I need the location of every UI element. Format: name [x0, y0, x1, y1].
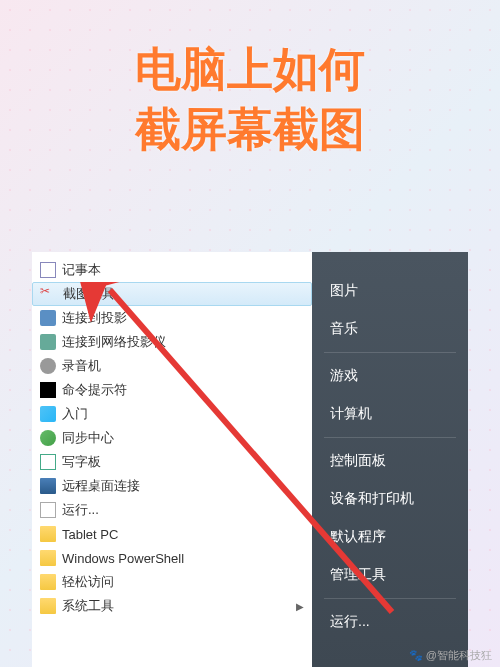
folder-icon: [40, 574, 56, 590]
program-item-folder[interactable]: 轻松访问: [32, 570, 312, 594]
rdp-icon: [40, 478, 56, 494]
program-item-projector[interactable]: 连接到投影: [32, 306, 312, 330]
program-label: 录音机: [62, 357, 101, 375]
program-label: Windows PowerShell: [62, 551, 184, 566]
program-label: 入门: [62, 405, 88, 423]
program-label: 连接到投影: [62, 309, 127, 327]
wordpad-icon: [40, 454, 56, 470]
start-menu-right-panel: 图片 音乐 游戏 计算机 控制面板 设备和打印机 默认程序 管理工具 运行...: [312, 252, 468, 667]
program-item-folder[interactable]: 系统工具▶: [32, 594, 312, 618]
menu-admin-tools[interactable]: 管理工具: [312, 556, 468, 594]
sync-icon: [40, 430, 56, 446]
watermark: 🐾 @智能科技狂: [409, 648, 492, 663]
menu-computer[interactable]: 计算机: [312, 395, 468, 433]
program-label: 记事本: [62, 261, 101, 279]
program-item-run[interactable]: 运行...: [32, 498, 312, 522]
chevron-right-icon: ▶: [296, 601, 304, 612]
title-line-2: 截屏幕截图: [0, 100, 500, 160]
program-label: 截图工具: [63, 285, 115, 303]
folder-icon: [40, 598, 56, 614]
menu-control-panel[interactable]: 控制面板: [312, 442, 468, 480]
menu-music[interactable]: 音乐: [312, 310, 468, 348]
folder-icon: [40, 526, 56, 542]
recorder-icon: [40, 358, 56, 374]
program-item-folder[interactable]: Tablet PC: [32, 522, 312, 546]
program-item-sync[interactable]: 同步中心: [32, 426, 312, 450]
program-label: 连接到网络投影仪: [62, 333, 166, 351]
program-item-network-projector[interactable]: 连接到网络投影仪: [32, 330, 312, 354]
program-item-folder[interactable]: Windows PowerShell: [32, 546, 312, 570]
program-label: 写字板: [62, 453, 101, 471]
menu-run[interactable]: 运行...: [312, 603, 468, 641]
divider: [324, 598, 456, 599]
intro-icon: [40, 406, 56, 422]
menu-pictures[interactable]: 图片: [312, 272, 468, 310]
program-item-wordpad[interactable]: 写字板: [32, 450, 312, 474]
program-item-cmd[interactable]: 命令提示符: [32, 378, 312, 402]
program-item-intro[interactable]: 入门: [32, 402, 312, 426]
page-title: 电脑上如何 截屏幕截图: [0, 0, 500, 160]
run-icon: [40, 502, 56, 518]
paw-icon: 🐾: [409, 649, 423, 661]
network-projector-icon: [40, 334, 56, 350]
program-label: Tablet PC: [62, 527, 118, 542]
program-item-notepad[interactable]: 记事本: [32, 258, 312, 282]
menu-default-programs[interactable]: 默认程序: [312, 518, 468, 556]
program-label: 系统工具: [62, 597, 114, 615]
program-label: 运行...: [62, 501, 99, 519]
start-menu-programs-list: 记事本截图工具连接到投影连接到网络投影仪录音机命令提示符入门同步中心写字板远程桌…: [32, 252, 312, 624]
menu-games[interactable]: 游戏: [312, 357, 468, 395]
start-menu-screenshot: 记事本截图工具连接到投影连接到网络投影仪录音机命令提示符入门同步中心写字板远程桌…: [32, 252, 468, 667]
program-label: 同步中心: [62, 429, 114, 447]
program-item-snipping-tool[interactable]: 截图工具: [32, 282, 312, 306]
notepad-icon: [40, 262, 56, 278]
folder-icon: [40, 550, 56, 566]
program-item-recorder[interactable]: 录音机: [32, 354, 312, 378]
cmd-icon: [40, 382, 56, 398]
program-label: 命令提示符: [62, 381, 127, 399]
menu-devices-printers[interactable]: 设备和打印机: [312, 480, 468, 518]
title-line-1: 电脑上如何: [0, 40, 500, 100]
divider: [324, 352, 456, 353]
program-label: 轻松访问: [62, 573, 114, 591]
program-label: 远程桌面连接: [62, 477, 140, 495]
projector-icon: [40, 310, 56, 326]
program-item-rdp[interactable]: 远程桌面连接: [32, 474, 312, 498]
snipping-tool-icon: [41, 286, 57, 302]
divider: [324, 437, 456, 438]
